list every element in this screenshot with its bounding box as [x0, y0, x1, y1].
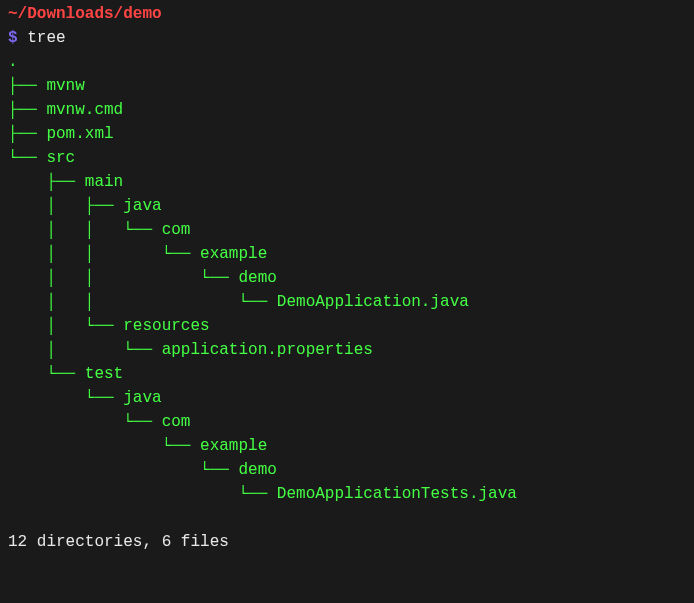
tree-line: │ ├── java — [8, 194, 686, 218]
tree-line: └── DemoApplicationTests.java — [8, 482, 686, 506]
tree-line: └── src — [8, 146, 686, 170]
tree-line: ├── mvnw — [8, 74, 686, 98]
tree-line: └── demo — [8, 458, 686, 482]
tree-line: ├── mvnw.cmd — [8, 98, 686, 122]
tree-line: │ │ └── DemoApplication.java — [8, 290, 686, 314]
current-directory: ~/Downloads/demo — [8, 5, 162, 23]
blank-line — [8, 506, 686, 530]
tree-line: │ └── resources — [8, 314, 686, 338]
tree-line: ├── pom.xml — [8, 122, 686, 146]
tree-line: ├── main — [8, 170, 686, 194]
tree-line: │ │ └── demo — [8, 266, 686, 290]
tree-line: └── com — [8, 410, 686, 434]
command-text: tree — [27, 29, 65, 47]
tree-line: └── test — [8, 362, 686, 386]
prompt-symbol: $ — [8, 29, 27, 47]
tree-line: └── example — [8, 434, 686, 458]
tree-output: .├── mvnw├── mvnw.cmd├── pom.xml└── src … — [8, 50, 686, 506]
tree-line: └── java — [8, 386, 686, 410]
summary-line: 12 directories, 6 files — [8, 530, 686, 554]
tree-line: │ └── application.properties — [8, 338, 686, 362]
command-line: $ tree — [8, 26, 686, 50]
tree-line: │ │ └── example — [8, 242, 686, 266]
tree-line: │ │ └── com — [8, 218, 686, 242]
tree-line: . — [8, 50, 686, 74]
terminal-window[interactable]: ~/Downloads/demo $ tree .├── mvnw├── mvn… — [0, 0, 694, 556]
cwd-line: ~/Downloads/demo — [8, 2, 686, 26]
